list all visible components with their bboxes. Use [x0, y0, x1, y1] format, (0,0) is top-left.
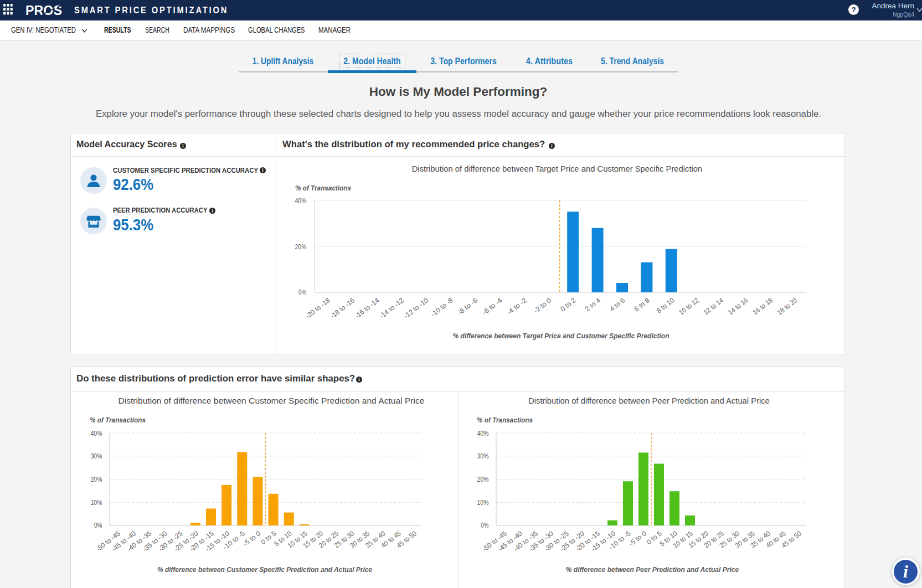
- svg-text:0%: 0%: [94, 521, 102, 529]
- svg-text:4 to 6: 4 to 6: [608, 296, 626, 313]
- svg-text:0%: 0%: [298, 288, 307, 296]
- svg-text:-14 to -12: -14 to -12: [378, 296, 405, 320]
- svg-text:40%: 40%: [295, 197, 307, 205]
- svg-text:-5 to 0: -5 to 0: [627, 529, 648, 548]
- svg-text:% of Transactions: % of Transactions: [477, 416, 533, 424]
- svg-text:18 to 20: 18 to 20: [776, 296, 799, 316]
- svg-text:10%: 10%: [91, 498, 102, 507]
- svg-text:-12 to -10: -12 to -10: [403, 296, 430, 320]
- svg-text:10 to 12: 10 to 12: [677, 296, 700, 316]
- svg-text:20%: 20%: [477, 475, 489, 483]
- svg-text:% difference between Customer: % difference between Customer Specific P…: [157, 565, 372, 574]
- svg-text:0 to 2: 0 to 2: [559, 296, 578, 313]
- svg-text:% of Transactions: % of Transactions: [295, 184, 351, 192]
- svg-text:% of Transactions: % of Transactions: [90, 416, 146, 424]
- svg-text:14 to 16: 14 to 16: [727, 296, 749, 316]
- svg-text:10%: 10%: [477, 498, 489, 507]
- svg-text:% difference between Peer Pred: % difference between Peer Prediction and…: [566, 565, 739, 574]
- svg-text:Distribution of difference bet: Distribution of difference between Custo…: [119, 396, 425, 405]
- svg-text:Distribution of difference bet: Distribution of difference between Targe…: [412, 164, 703, 173]
- svg-text:-18 to -16: -18 to -16: [329, 296, 356, 320]
- svg-text:30%: 30%: [477, 452, 489, 460]
- svg-text:% difference between Target Pr: % difference between Target Price and Cu…: [453, 332, 669, 340]
- svg-text:-20 to -18: -20 to -18: [304, 296, 331, 320]
- svg-text:-4 to -2: -4 to -2: [506, 296, 528, 316]
- svg-text:2 to 4: 2 to 4: [584, 296, 602, 313]
- svg-text:-6 to -4: -6 to -4: [481, 296, 503, 316]
- svg-text:-2 to 0: -2 to 0: [532, 296, 553, 314]
- svg-text:30%: 30%: [91, 452, 102, 460]
- svg-text:-8 to -6: -8 to -6: [456, 296, 479, 316]
- svg-text:Distribution of difference bet: Distribution of difference between Peer …: [528, 396, 770, 405]
- svg-text:20%: 20%: [295, 243, 307, 251]
- svg-text:40%: 40%: [91, 429, 102, 437]
- svg-text:6 to 8: 6 to 8: [633, 296, 651, 313]
- svg-text:-10 to -8: -10 to -8: [429, 296, 454, 318]
- svg-text:-16 to -14: -16 to -14: [353, 296, 380, 320]
- svg-text:12 to 14: 12 to 14: [702, 296, 725, 316]
- svg-text:16 to 18: 16 to 18: [751, 296, 774, 316]
- svg-text:0%: 0%: [481, 521, 489, 529]
- svg-text:PROS: PROS: [25, 3, 62, 18]
- svg-text:8 to 10: 8 to 10: [655, 296, 676, 314]
- svg-text:-5 to 0: -5 to 0: [241, 529, 262, 548]
- svg-text:20%: 20%: [91, 475, 102, 483]
- svg-text:40%: 40%: [477, 429, 489, 437]
